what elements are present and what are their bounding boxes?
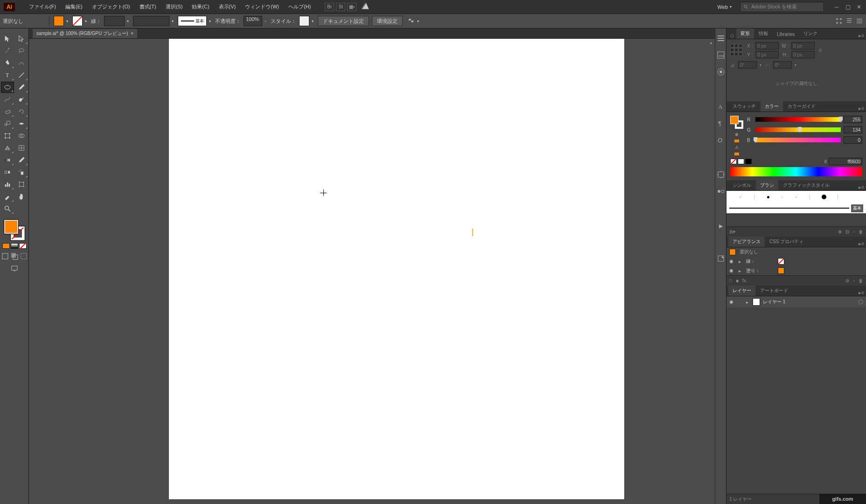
scale-tool[interactable] [1, 118, 14, 129]
scroll-up-icon[interactable]: ▴ [707, 39, 715, 46]
mode-gradient-icon[interactable] [11, 243, 18, 249]
dock-libraries-icon[interactable] [717, 254, 725, 263]
brush-definition[interactable]: 基本 [178, 16, 207, 26]
var-width-profile[interactable] [133, 16, 169, 26]
appear-fill-visibility-icon[interactable]: ◉ [729, 268, 735, 273]
websafe-icon[interactable] [734, 139, 740, 143]
controlbar-menu-icon[interactable] [856, 17, 863, 25]
color-fill-stroke-icon[interactable] [730, 116, 743, 129]
draw-inside-icon[interactable] [20, 252, 28, 260]
controlbar-opt1-icon[interactable] [835, 17, 843, 25]
menu-select[interactable]: 選択(S) [161, 1, 188, 12]
brush-basic-row[interactable]: 基本 [726, 203, 866, 213]
layer-expand-icon[interactable]: ▸ [746, 300, 750, 305]
fill-stroke-indicator[interactable] [4, 220, 25, 240]
tab-transform[interactable]: 変形 [736, 28, 754, 39]
tab-swatches[interactable]: スウォッチ [728, 101, 760, 112]
screen-mode-icon[interactable] [11, 265, 18, 272]
workspace-switcher[interactable]: Web ▾ [714, 3, 735, 11]
appear-stroke-expand-icon[interactable]: ▸ [739, 259, 742, 264]
brush-library-icon[interactable]: ⊞▾ [729, 229, 735, 234]
window-minimize-icon[interactable]: ─ [833, 4, 840, 10]
dock-properties-icon[interactable] [717, 34, 725, 42]
tab-symbols[interactable]: シンボル [728, 180, 755, 190]
pen-tool[interactable] [1, 57, 14, 69]
tab-css-properties[interactable]: CSS プロパティ [765, 237, 808, 247]
stroke-weight-dropdown-icon[interactable]: ▾ [126, 19, 130, 23]
align-icon[interactable] [407, 17, 415, 25]
draw-normal-icon[interactable] [1, 252, 9, 260]
brush-remove-icon[interactable]: ⊗ [838, 229, 842, 234]
constrain-proportions-icon[interactable]: ⊘ [818, 48, 822, 53]
slice-tool[interactable] [1, 191, 14, 202]
menu-window[interactable]: ウィンドウ(W) [240, 1, 284, 12]
layers-panel-menu-icon[interactable]: ▸≡ [857, 290, 866, 296]
menu-effect[interactable]: 効果(C) [187, 1, 214, 12]
document-setup-button[interactable]: ドキュメント設定 [318, 16, 369, 26]
align-dropdown-icon[interactable]: ▾ [416, 19, 420, 23]
rotate-input[interactable]: 0° [738, 61, 757, 69]
dock-pathfinder-icon[interactable] [717, 68, 725, 76]
tab-artboards[interactable]: アートボード [756, 286, 792, 296]
stroke-weight-input[interactable] [104, 16, 125, 26]
tab-layers[interactable]: レイヤー [728, 286, 755, 296]
hand-tool[interactable] [15, 191, 28, 202]
tab-libraries[interactable]: Libraries [773, 30, 799, 39]
gradient-tool[interactable] [1, 154, 14, 166]
appear-fill-swatch[interactable] [778, 267, 784, 274]
var-width-dropdown-icon[interactable]: ▾ [170, 19, 175, 23]
menu-help[interactable]: ヘルプ(H) [284, 1, 315, 12]
brush-panel-menu-icon[interactable]: ▸≡ [857, 184, 866, 190]
dock-transform-icon[interactable] [717, 170, 725, 179]
dock-expand-right-icon[interactable]: ▶ [717, 222, 725, 230]
appear-delete-icon[interactable]: 🗑 [859, 278, 863, 283]
tab-brushes[interactable]: ブラシ [756, 180, 778, 190]
layer-target-icon[interactable] [859, 300, 863, 304]
opacity-input[interactable]: 100% [244, 16, 262, 26]
brush-delete-icon[interactable]: 🗑 [859, 229, 863, 234]
brush-thumbnails[interactable]: · · [726, 191, 866, 203]
brush-new-icon[interactable]: ▫ [853, 229, 855, 234]
r-input[interactable]: 255 [844, 116, 862, 123]
mesh-tool[interactable] [15, 142, 28, 154]
draw-behind-icon[interactable] [11, 252, 18, 260]
menu-view[interactable]: 表示(V) [214, 1, 241, 12]
eraser-tool[interactable] [1, 106, 14, 117]
magic-wand-tool[interactable] [1, 45, 14, 56]
transform-panel-menu-icon[interactable]: ▸≡ [857, 33, 866, 39]
r-slider[interactable] [755, 117, 841, 122]
preferences-button[interactable]: 環境設定 [372, 16, 403, 26]
arrange-docs-icon[interactable]: ▦▾ [347, 3, 356, 11]
appear-fx-icon[interactable]: fx. [742, 278, 747, 283]
opacity-dropdown-icon[interactable]: › [263, 19, 268, 23]
window-close-icon[interactable]: ✕ [856, 4, 862, 10]
ellipse-tool[interactable] [1, 82, 14, 93]
appear-stroke-swatch[interactable] [778, 258, 784, 265]
fill-indicator[interactable] [4, 220, 18, 234]
gamut-icon[interactable]: ⊕ [734, 132, 740, 137]
graphic-style-swatch[interactable] [299, 16, 309, 26]
tab-links[interactable]: リンク [799, 28, 822, 39]
fill-dropdown-icon[interactable]: ▾ [65, 19, 70, 23]
stock-icon[interactable]: St [336, 3, 345, 11]
type-tool[interactable]: T [1, 70, 14, 81]
brush-options-icon[interactable]: ⊟ [845, 229, 849, 234]
artboard-tool[interactable] [15, 179, 28, 190]
mode-none-icon[interactable] [19, 243, 27, 249]
window-maximize-icon[interactable]: ▢ [845, 4, 851, 10]
appear-fill-expand-icon[interactable]: ▸ [739, 268, 742, 273]
g-slider[interactable] [755, 127, 841, 132]
document-tab-close-icon[interactable]: × [131, 31, 133, 36]
b-slider[interactable] [755, 138, 841, 142]
dock-align-icon[interactable] [717, 187, 725, 196]
lasso-tool[interactable] [15, 45, 28, 56]
tab-appearance[interactable]: アピアランス [728, 237, 765, 247]
artboard[interactable] [169, 39, 624, 499]
tab-info[interactable]: 情報 [754, 28, 772, 39]
tab-graphic-styles[interactable]: グラフィックスタイル [779, 180, 834, 190]
blob-brush-tool[interactable] [15, 94, 28, 105]
rotate-tool[interactable] [15, 106, 28, 117]
stroke-dropdown-icon[interactable]: ▾ [84, 19, 88, 23]
free-transform-tool[interactable] [1, 130, 14, 141]
reference-point-selector[interactable] [730, 44, 743, 57]
